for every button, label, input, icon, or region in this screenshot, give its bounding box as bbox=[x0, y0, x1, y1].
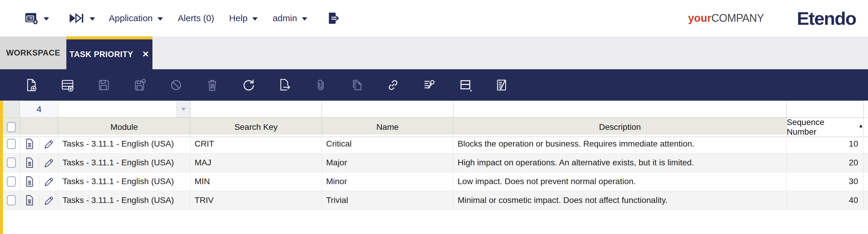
grid-configuration-button[interactable] bbox=[422, 78, 436, 92]
application-menu-label: Application bbox=[109, 13, 153, 23]
edit-record-icon[interactable] bbox=[44, 138, 54, 149]
row-checkbox[interactable] bbox=[7, 158, 16, 168]
row-filler-cell bbox=[864, 135, 868, 154]
cell-name: Major bbox=[322, 154, 454, 172]
cell-description: Minimal or cosmetic impact. Does not aff… bbox=[454, 191, 787, 210]
company-logo-company: COMPANY bbox=[711, 12, 764, 24]
select-all-cell bbox=[3, 118, 20, 137]
column-header-name[interactable]: Name bbox=[322, 118, 454, 137]
table-row[interactable]: Tasks - 3.11.1 - English (USA) MAJ Major… bbox=[3, 154, 868, 172]
cell-module: Tasks - 3.11.1 - English (USA) bbox=[58, 172, 190, 191]
cell-description: High impact on operations. An alternativ… bbox=[454, 154, 787, 172]
logout-door-icon bbox=[327, 11, 341, 25]
filter-input-sequence-number[interactable] bbox=[787, 101, 864, 118]
delete-button[interactable] bbox=[205, 78, 219, 92]
grid-wrench-icon bbox=[422, 78, 436, 92]
split-panel-icon bbox=[459, 78, 472, 92]
help-menu-label: Help bbox=[229, 13, 247, 23]
cell-name: Critical bbox=[322, 135, 454, 154]
close-icon[interactable]: ✕ bbox=[142, 50, 150, 59]
icon-divider bbox=[39, 175, 39, 188]
chevron-down-icon bbox=[252, 17, 258, 21]
application-menu[interactable]: Application bbox=[109, 13, 163, 23]
copy-icon bbox=[350, 78, 364, 92]
row-checkbox[interactable] bbox=[7, 195, 16, 205]
linked-items-button[interactable] bbox=[386, 78, 400, 92]
edit-record-icon[interactable] bbox=[44, 176, 54, 187]
open-record-icon[interactable] bbox=[25, 195, 35, 206]
quick-launch-menu-button[interactable] bbox=[68, 11, 95, 25]
top-navigation-bar: Application Alerts (0) Help admin yourCO… bbox=[0, 0, 868, 36]
row-checkbox[interactable] bbox=[7, 139, 16, 149]
grid-toolbar bbox=[0, 69, 868, 101]
select-all-checkbox[interactable] bbox=[7, 122, 16, 132]
form-list-icon bbox=[23, 11, 39, 25]
attachments-button[interactable] bbox=[314, 78, 328, 92]
column-header-sequence-number-label: Sequence Number bbox=[787, 118, 856, 137]
tab-workspace-label: WORKSPACE bbox=[6, 48, 60, 58]
tab-task-priority-label: TASK PRIORITY bbox=[70, 50, 133, 59]
ban-icon bbox=[169, 78, 183, 92]
icon-divider bbox=[39, 138, 39, 150]
save-icon bbox=[97, 78, 111, 92]
tab-task-priority[interactable]: TASK PRIORITY ✕ bbox=[66, 36, 152, 69]
save-dot-icon bbox=[133, 78, 147, 92]
window-notes-button[interactable] bbox=[495, 78, 508, 92]
header-filler-cell bbox=[864, 118, 868, 137]
table-row[interactable]: Tasks - 3.11.1 - English (USA) TRIV Triv… bbox=[3, 191, 868, 210]
etendo-logo: Etendo bbox=[797, 8, 856, 29]
cell-description: Low impact. Does not prevent normal oper… bbox=[454, 172, 787, 191]
edit-record-icon[interactable] bbox=[44, 157, 54, 168]
new-record-button[interactable] bbox=[25, 78, 38, 92]
column-header-sequence-number[interactable]: Sequence Number ▲ bbox=[787, 118, 864, 137]
refresh-button[interactable] bbox=[242, 78, 255, 92]
sort-ascending-icon: ▲ bbox=[858, 123, 864, 129]
edit-record-icon[interactable] bbox=[44, 195, 54, 206]
grid-header-row: Module Search Key Name Description Seque… bbox=[3, 118, 868, 135]
filter-input-name[interactable] bbox=[322, 101, 454, 118]
save-button[interactable] bbox=[97, 78, 111, 92]
task-priority-grid: 4 Module Search Key Name Description bbox=[0, 101, 868, 234]
export-grid-button[interactable] bbox=[278, 78, 291, 92]
filter-input-description[interactable] bbox=[454, 101, 787, 118]
filter-input-search-key[interactable] bbox=[190, 101, 322, 118]
new-window-menu-button[interactable] bbox=[23, 11, 49, 25]
table-row[interactable]: Tasks - 3.11.1 - English (USA) CRIT Crit… bbox=[3, 135, 868, 154]
new-row-in-grid-button[interactable] bbox=[61, 78, 74, 92]
help-menu[interactable]: Help bbox=[229, 13, 258, 23]
open-record-icon[interactable] bbox=[25, 176, 35, 187]
icon-divider bbox=[39, 194, 39, 206]
column-header-search-key[interactable]: Search Key bbox=[190, 118, 322, 137]
row-checkbox[interactable] bbox=[7, 176, 16, 187]
undo-cancel-button[interactable] bbox=[169, 78, 183, 92]
logout-button[interactable] bbox=[327, 11, 341, 25]
link-icon bbox=[386, 78, 400, 92]
row-actions-header-cell bbox=[20, 118, 58, 137]
open-record-icon[interactable] bbox=[25, 138, 35, 149]
module-filter-dropdown-button[interactable] bbox=[176, 101, 190, 117]
record-count: 4 bbox=[20, 101, 58, 118]
open-record-icon[interactable] bbox=[25, 157, 35, 168]
filter-filler-cell bbox=[864, 101, 868, 118]
maximize-view-button[interactable] bbox=[459, 78, 472, 92]
cell-sequence-number: 20 bbox=[787, 154, 864, 172]
clone-record-button[interactable] bbox=[350, 78, 364, 92]
alerts-menu[interactable]: Alerts (0) bbox=[178, 13, 214, 23]
fast-forward-icon bbox=[68, 11, 85, 25]
save-and-new-button[interactable] bbox=[133, 78, 147, 92]
cell-description: Blocks the operation or business. Requir… bbox=[454, 135, 787, 154]
column-header-description[interactable]: Description bbox=[454, 118, 787, 137]
cell-name: Minor bbox=[322, 172, 454, 191]
filter-input-module[interactable] bbox=[58, 101, 190, 118]
table-row[interactable]: Tasks - 3.11.1 - English (USA) MIN Minor… bbox=[3, 172, 868, 191]
user-menu[interactable]: admin bbox=[273, 13, 307, 23]
cell-sequence-number: 10 bbox=[787, 135, 864, 154]
paperclip-icon bbox=[314, 78, 328, 92]
column-header-module[interactable]: Module bbox=[58, 118, 190, 137]
tab-workspace[interactable]: WORKSPACE bbox=[0, 36, 66, 69]
cell-sequence-number: 40 bbox=[787, 191, 864, 210]
refresh-icon bbox=[242, 78, 255, 92]
cell-search-key: CRIT bbox=[190, 135, 322, 154]
row-filler-cell bbox=[864, 191, 868, 210]
chevron-down-icon bbox=[302, 17, 307, 21]
